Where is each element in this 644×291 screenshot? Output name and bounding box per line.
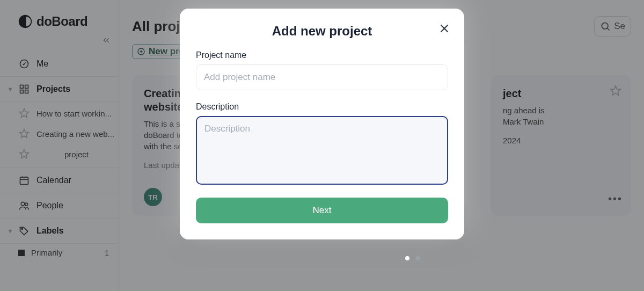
description-input[interactable] — [196, 116, 448, 185]
close-icon — [438, 23, 450, 34]
next-button[interactable]: Next — [196, 198, 448, 223]
project-name-input[interactable] — [196, 64, 448, 90]
project-name-label: Project name — [196, 50, 448, 60]
description-label: Description — [196, 102, 448, 112]
pager-dot[interactable] — [416, 256, 420, 260]
pager-dots[interactable] — [405, 256, 420, 260]
modal-close-button[interactable] — [438, 23, 450, 37]
add-project-modal: Add new project Project name Description… — [180, 9, 464, 239]
modal-overlay[interactable]: Add new project Project name Description… — [0, 0, 644, 291]
pager-dot[interactable] — [405, 256, 409, 260]
modal-title: Add new project — [196, 24, 448, 39]
